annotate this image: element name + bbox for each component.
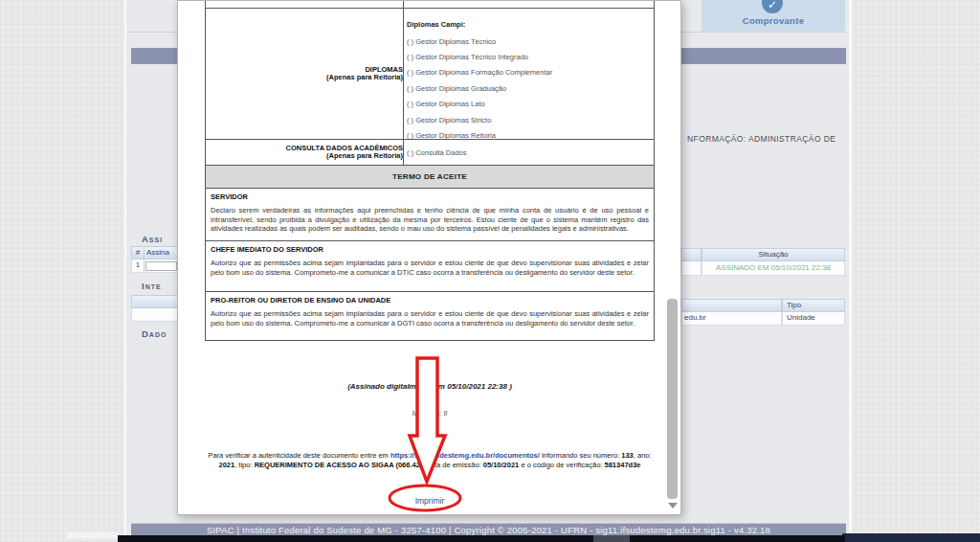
diplomas-group-title: Diplomas Campi: — [407, 20, 654, 30]
section-title: SERVIDOR — [211, 192, 649, 201]
section-title-assinaturas: Assi — [142, 234, 163, 244]
scroll-down-arrow-icon[interactable] — [668, 503, 678, 508]
termo-section-servidor: SERVIDOR Declaro serem verdadeiras as in… — [206, 189, 654, 241]
diploma-option: ( ) Gestor Diplomas Formação Complementa… — [407, 65, 654, 80]
section-text: Autorizo que as permissões acima sejam i… — [211, 309, 649, 327]
termo-section-proreitor: PRO-REITOR OU DIRETOR DE ENSINO DA UNIDA… — [206, 292, 654, 340]
verify-text: e o código de verificação: — [519, 461, 604, 469]
consulta-option-cell: ( ) Consulta Dados — [404, 140, 654, 165]
interessados-header-left-stub — [681, 299, 782, 312]
diploma-option: ( ) Gestor Diplomas Stricto — [407, 112, 654, 127]
digital-signature-block: (Assinado digitalmente em 05/10/2021 22:… — [205, 382, 655, 418]
check-badge-icon: ✓ — [762, 0, 783, 13]
section-title: CHEFE IMEDIATO DO SERVIDOR — [211, 245, 649, 254]
termo-section-chefe: CHEFE IMEDIATO DO SERVIDOR Autorizo que … — [206, 241, 654, 292]
situacao-header-label: Situação — [702, 249, 844, 260]
consulta-label-line2: (Apenas para Reitoria) — [206, 152, 403, 161]
table-cutoff-row — [206, 1, 654, 9]
status-badge: ASSINADO EM 05/10/2021 22:38 — [702, 261, 844, 275]
redacted-matricula: Matrícula: 8 — [205, 410, 655, 418]
diplomas-label-line2: (Apenas para Reitoria) — [206, 74, 403, 82]
interessado-tipo-cell: Unidade — [782, 312, 845, 326]
doc-number: 133 — [621, 451, 634, 460]
documentos-link[interactable]: https://sig.ifsudestemg.edu.br/documento… — [390, 451, 540, 460]
interessado-email-cell: edu.br — [681, 312, 782, 326]
signature-input-field[interactable] — [145, 261, 177, 271]
verification-code: 581347d3e — [605, 461, 641, 469]
tipo-header-label: Tipo — [787, 300, 844, 311]
interessados-header-fragment — [131, 295, 178, 308]
verify-text: , data de emissão: — [422, 461, 482, 469]
section-text: Declaro serem verdadeiras as informações… — [211, 206, 649, 234]
comprovante-label: Comprovante — [702, 15, 845, 26]
sipac-footer-bar: SIPAC | Instituto Federal do Sudeste de … — [131, 523, 846, 536]
consulta-option: ( ) Consulta Dados — [407, 148, 467, 157]
document-modal: DIPLOMAS (Apenas para Reitoria) Diplomas… — [177, 0, 681, 515]
col-num-header: # — [132, 247, 145, 259]
situacao-column-header: Situação — [702, 248, 845, 261]
modal-scrollbar-thumb[interactable] — [667, 299, 678, 499]
redacted-signer-name: C: W — [205, 401, 655, 410]
verify-text: Para verificar a autenticidade deste doc… — [208, 451, 390, 460]
diploma-option: ( ) Gestor Diplomas Técnico Integrado — [407, 49, 654, 64]
consulta-row-label: CONSULTA DADOS ACADÊMICOS (Apenas para R… — [206, 140, 404, 165]
situacao-row-stub — [681, 261, 702, 276]
diploma-option: ( ) Gestor Diplomas Graduação — [407, 80, 654, 96]
doc-year: 2021 — [219, 461, 235, 469]
verification-notice: Para verificar a autenticidade deste doc… — [205, 451, 655, 470]
doc-issue-date: 05/10/2021 — [483, 461, 520, 469]
termo-de-aceite-header: TERMO DE ACEITE — [206, 166, 654, 189]
section-title: PRO-REITOR OU DIRETOR DE ENSINO DA UNIDA… — [211, 296, 649, 305]
diploma-option: ( ) Gestor Diplomas Lato — [407, 97, 654, 112]
bottom-edge-navy-strip — [842, 533, 980, 542]
tipo-column-header: Tipo — [782, 299, 845, 312]
section-title-dados: Dado — [142, 328, 167, 339]
email-fragment: edu.br — [684, 312, 781, 324]
bottom-edge-light-segment — [67, 532, 118, 538]
comprovante-button[interactable]: ✓ Comprovante — [702, 0, 845, 32]
imprimir-link[interactable]: Imprimir — [415, 496, 445, 506]
diplomas-row-label: DIPLOMAS (Apenas para Reitoria) — [206, 9, 404, 139]
bottom-edge-gray-segment — [593, 535, 630, 542]
assinaturas-table-header: # Assina — [131, 246, 178, 260]
imprimir-link-wrap: Imprimir — [205, 490, 655, 508]
consulta-row: CONSULTA DADOS ACADÊMICOS (Apenas para R… — [206, 140, 654, 166]
situacao-header-stub — [681, 248, 702, 261]
info-text-fragment: NFORMAÇÃO: ADMINISTRAÇÃO DE — [687, 134, 846, 144]
situacao-status-cell: ASSINADO EM 05/10/2021 22:38 — [702, 261, 845, 276]
verify-text: , ano: — [634, 451, 652, 460]
tipo-value: Unidade — [787, 312, 844, 324]
interessados-row-fragment — [131, 308, 178, 322]
diploma-option: ( ) Gestor Diplomas Técnico — [407, 34, 654, 49]
verify-text: informando seu número: — [540, 451, 621, 460]
doc-type: REQUERIMENTO DE ACESSO AO SIGAA (066.42) — [255, 461, 423, 469]
permissions-table: DIPLOMAS (Apenas para Reitoria) Diplomas… — [205, 1, 655, 341]
section-text: Autorizo que as permissões acima sejam i… — [211, 259, 649, 277]
section-title-interessados: Inte — [142, 281, 162, 291]
col-assinatura-header: Assina — [145, 247, 169, 259]
row-number-cell: 1 — [132, 260, 145, 272]
signed-timestamp: (Assinado digitalmente em 05/10/2021 22:… — [205, 382, 655, 391]
diplomas-row: DIPLOMAS (Apenas para Reitoria) Diplomas… — [206, 9, 654, 140]
diplomas-options-cell: Diplomas Campi: ( ) Gestor Diplomas Técn… — [404, 9, 654, 139]
bottom-edge-taskbar-strip — [118, 535, 845, 542]
verify-text: , tipo: — [234, 461, 254, 469]
